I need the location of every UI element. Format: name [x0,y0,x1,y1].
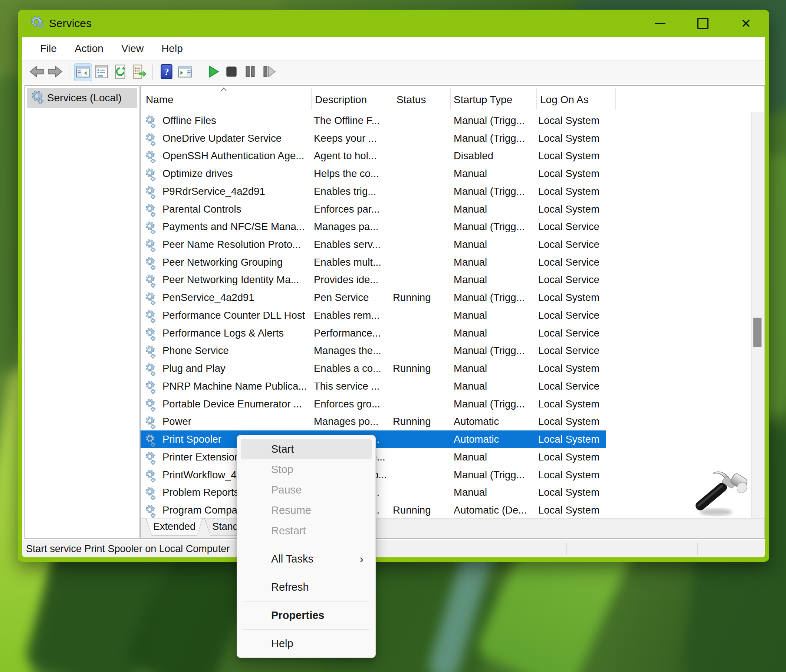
service-row-payments-and-nfc-se-mana[interactable]: Payments and NFC/SE Mana...Manages pa...… [141,218,606,236]
service-gear-icon [141,469,162,480]
service-row-penservice-4a2d91[interactable]: PenService_4a2d91Pen ServiceRunningManua… [141,289,606,307]
service-row-openssh-authentication-age[interactable]: OpenSSH Authentication Age...Agent to ho… [141,147,606,165]
column-header-name[interactable]: Name [146,94,174,106]
restart-service-button[interactable] [259,63,277,81]
context-menu-item-help[interactable]: Help [241,633,372,654]
column-header-startup-type[interactable]: Startup Type [454,94,512,106]
cell-name: Optimize drives [162,168,314,179]
menu-help[interactable]: Help [152,37,192,60]
minimize-icon [655,23,665,24]
service-row-performance-counter-dll-host[interactable]: Performance Counter DLL HostEnables rem.… [141,307,606,324]
service-row-pnrp-machine-name-publica[interactable]: PNRP Machine Name Publica...This service… [141,378,606,395]
start-service-button[interactable] [204,63,222,81]
properties-button[interactable] [93,63,110,81]
service-row-offline-files[interactable]: Offline FilesThe Offline F...Manual (Tri… [141,112,606,129]
list-body: Offline FilesThe Offline F...Manual (Tri… [141,112,753,519]
service-gear-icon [141,416,162,427]
service-gear-icon [141,398,162,410]
cell-status: Running [393,504,454,516]
stop-service-icon [223,63,240,81]
service-row-parental-controls[interactable]: Parental ControlsEnforces par...ManualLo… [141,200,606,218]
cell-description: Manages po... [314,415,393,428]
column-separator[interactable] [311,88,311,109]
menu-action[interactable]: Action [66,37,112,60]
service-gear-icon [141,452,162,463]
service-row-performance-logs-alerts[interactable]: Performance Logs & AlertsPerformance...M… [141,324,606,342]
cell-name: OpenSSH Authentication Age... [162,150,314,162]
service-row-power[interactable]: PowerManages po...RunningAutomaticLocal … [141,412,606,430]
cell-name: Portable Device Enumerator ... [162,398,314,410]
tab-extended[interactable]: Extended [146,518,203,535]
start-service-icon [205,63,221,81]
context-menu-item-properties[interactable]: Properties [241,605,372,626]
column-separator[interactable] [450,88,451,109]
pause-service-button[interactable] [241,63,259,81]
cell-description: Enables mult... [314,257,393,268]
cell-log-on-as: Local System [538,433,606,445]
scrollbar-thumb[interactable] [753,318,761,347]
cell-status: Running [393,415,454,428]
minimize-button[interactable] [647,9,673,37]
pause-service-icon [242,63,258,81]
cell-description: Agent to hol... [314,150,393,162]
show-console-tree-button[interactable] [74,63,92,81]
export-list-button[interactable] [130,63,148,81]
console-tree-panel: Services (Local) [25,85,140,539]
service-row-peer-networking-grouping[interactable]: Peer Networking GroupingEnables mult...M… [141,253,606,271]
context-menu-item-all-tasks[interactable]: All Tasks› [241,549,372,569]
cell-startup-type: Manual [454,451,538,463]
service-row-peer-networking-identity-ma[interactable]: Peer Networking Identity Ma...Provides i… [141,271,606,289]
service-gear-icon [141,345,162,356]
service-gear-icon [141,150,162,161]
column-separator[interactable] [536,88,537,109]
service-row-phone-service[interactable]: Phone ServiceManages the...Manual (Trigg… [141,342,606,360]
refresh-button[interactable] [111,63,129,81]
maximize-button[interactable] [690,9,716,37]
column-separator[interactable] [390,88,390,109]
cell-description: Manages the... [314,345,393,357]
stop-service-button[interactable] [223,63,241,81]
toolbar-separator [69,65,69,80]
close-icon: ✕ [741,17,751,30]
cell-name: Peer Name Resolution Proto... [162,239,314,250]
forward-button[interactable] [46,63,64,81]
tree-item-label: Services (Local) [47,92,122,104]
menu-file[interactable]: File [31,37,66,60]
cell-startup-type: Manual [454,486,538,498]
service-row-plug-and-play[interactable]: Plug and PlayEnables a co...RunningManua… [141,360,606,378]
list-header: NameDescriptionStatusStartup TypeLog On … [141,86,764,112]
menu-separator [243,630,369,630]
cell-startup-type: Manual [454,327,538,339]
show-action-pane-button[interactable] [176,63,194,81]
help-button[interactable]: ? [158,63,176,81]
services-window: Services ✕ FileActionViewHelp ? Services… [18,9,769,562]
back-button[interactable] [28,63,46,81]
cell-description: Helps the co... [314,168,393,179]
cell-description: Enables serv... [314,239,393,250]
context-menu-item-start[interactable]: Start [241,439,372,460]
service-row-p9rdrservice-4a2d91[interactable]: P9RdrService_4a2d91Enables trig...Manual… [141,183,606,200]
properties-icon [93,63,110,81]
close-button[interactable]: ✕ [733,9,759,37]
cell-name: Phone Service [162,345,314,357]
cell-description: Enforces gro... [314,398,393,410]
cell-log-on-as: Local Service [538,239,606,250]
vertical-scrollbar[interactable] [751,112,764,519]
status-text: Start service Print Spooler on Local Com… [26,543,230,555]
service-row-onedrive-updater-service[interactable]: OneDrive Updater ServiceKeeps your ...Ma… [141,129,606,147]
cell-log-on-as: Local System [538,203,606,215]
column-header-status[interactable]: Status [396,94,426,106]
service-row-peer-name-resolution-proto[interactable]: Peer Name Resolution Proto...Enables ser… [141,236,606,253]
column-header-description[interactable]: Description [315,94,367,106]
service-gear-icon [141,434,162,445]
tree-item-services-local[interactable]: Services (Local) [27,88,137,108]
column-separator[interactable] [615,88,616,109]
service-row-portable-device-enumerator[interactable]: Portable Device Enumerator ...Enforces g… [141,395,606,413]
context-menu-item-refresh[interactable]: Refresh [241,577,372,597]
service-gear-icon [141,487,162,498]
menu-view[interactable]: View [112,37,152,60]
cell-startup-type: Manual (Trigg... [454,186,538,197]
column-header-log-on-as[interactable]: Log On As [540,94,589,106]
toolbar: ? [22,60,765,84]
service-row-optimize-drives[interactable]: Optimize drivesHelps the co...ManualLoca… [141,165,606,183]
